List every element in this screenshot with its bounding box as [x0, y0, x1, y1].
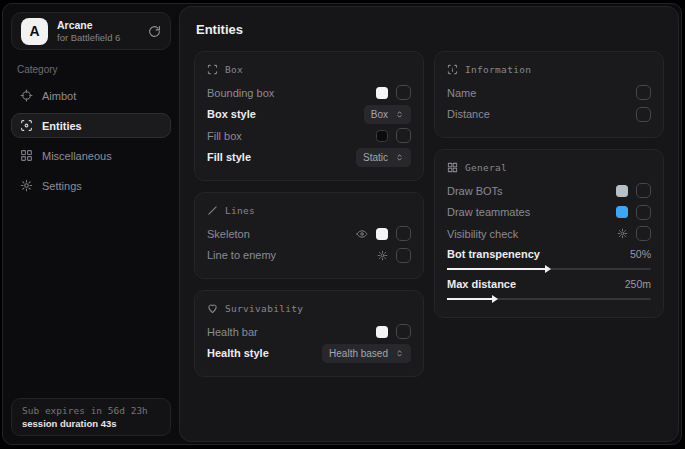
eye-icon[interactable] [356, 228, 368, 240]
slider-arrow-icon [545, 265, 551, 273]
sidebar: A Arcane for Battlefield 6 Category Aimb… [3, 4, 179, 444]
row-label: Fill style [207, 151, 251, 163]
bounding-box-checkbox[interactable] [396, 85, 411, 100]
gear-icon[interactable] [377, 250, 388, 261]
setting-row-name: Name [447, 82, 651, 104]
row-label: Fill box [207, 130, 242, 142]
chevrons-up-down-icon [395, 153, 404, 162]
bot-transparency-value: 50% [630, 248, 651, 260]
row-label: Bounding box [207, 87, 274, 99]
grid-icon [20, 149, 33, 162]
setting-row-visibility-check: Visibility check [447, 223, 651, 245]
max-distance-setting: Max distance 250m [447, 278, 651, 305]
row-label: Name [447, 87, 476, 99]
max-distance-value: 250m [625, 278, 651, 290]
app-logo: A [21, 18, 48, 45]
setting-row-line-to-enemy: Line to enemy [207, 245, 411, 267]
gear-icon[interactable] [617, 228, 628, 239]
sidebar-item-miscellaneous[interactable]: Miscellaneous [11, 143, 171, 168]
main-content: Entities Box Bounding box [179, 6, 679, 442]
chevrons-up-down-icon [395, 110, 404, 119]
bounding-box-icon [207, 64, 218, 75]
line-icon [207, 205, 218, 216]
app-name: Arcane [57, 19, 120, 32]
refresh-icon[interactable] [148, 25, 161, 38]
panel-lines-title: Lines [225, 205, 255, 216]
panel-general-header: General [447, 162, 651, 173]
color-swatch[interactable] [376, 228, 388, 240]
session-duration-text: session duration 43s [22, 418, 160, 429]
panel-general-title: General [465, 162, 507, 173]
info-scan-icon [447, 64, 458, 75]
row-label: Bot transpenency [447, 248, 540, 260]
skeleton-checkbox[interactable] [396, 226, 411, 241]
app-subtitle: for Battlefield 6 [57, 32, 120, 44]
row-label: Health bar [207, 326, 258, 338]
panel-survivability-title: Survivability [225, 303, 303, 314]
box-style-dropdown[interactable]: Box [364, 105, 411, 124]
health-style-dropdown[interactable]: Health based [322, 344, 411, 363]
heart-icon [207, 303, 218, 314]
setting-row-health-bar: Health bar [207, 321, 411, 343]
bot-transparency-slider[interactable] [447, 268, 651, 270]
slider-fill [447, 268, 545, 270]
color-swatch[interactable] [376, 326, 388, 338]
fill-box-checkbox[interactable] [396, 128, 411, 143]
sidebar-item-aimbot[interactable]: Aimbot [11, 83, 171, 108]
panel-box-header: Box [207, 64, 411, 75]
health-bar-checkbox[interactable] [396, 324, 411, 339]
sidebar-item-label: Entities [42, 120, 82, 132]
scan-eye-icon [20, 119, 33, 132]
row-label: Draw BOTs [447, 185, 503, 197]
panel-survivability: Survivability Health bar Health style He… [194, 290, 424, 377]
panel-information: Information Name Distance [434, 51, 664, 138]
name-checkbox[interactable] [636, 85, 651, 100]
visibility-check-checkbox[interactable] [636, 226, 651, 241]
row-label: Health style [207, 347, 269, 359]
setting-row-health-style: Health style Health based [207, 343, 411, 365]
row-label: Max distance [447, 278, 516, 290]
color-swatch[interactable] [616, 206, 628, 218]
row-label: Visibility check [447, 228, 518, 240]
panel-box: Box Bounding box Box style Box [194, 51, 424, 181]
sidebar-item-label: Aimbot [42, 90, 76, 102]
row-label: Distance [447, 108, 490, 120]
sidebar-item-settings[interactable]: Settings [11, 173, 171, 198]
distance-checkbox[interactable] [636, 107, 651, 122]
line-to-enemy-checkbox[interactable] [396, 248, 411, 263]
color-swatch[interactable] [376, 130, 388, 142]
setting-row-box-style: Box style Box [207, 104, 411, 126]
setting-row-fill-style: Fill style Static [207, 147, 411, 169]
panel-information-header: Information [447, 64, 651, 75]
dropdown-value: Box [371, 109, 388, 120]
draw-bots-checkbox[interactable] [636, 183, 651, 198]
color-swatch[interactable] [616, 185, 628, 197]
sidebar-item-entities[interactable]: Entities [11, 113, 171, 138]
left-column: Box Bounding box Box style Box [194, 51, 424, 377]
setting-row-distance: Distance [447, 104, 651, 126]
sub-expiry-text: Sub expires in 56d 23h [22, 405, 160, 416]
fill-style-dropdown[interactable]: Static [356, 148, 411, 167]
row-label: Box style [207, 108, 256, 120]
row-label: Line to enemy [207, 249, 276, 261]
max-distance-slider[interactable] [447, 298, 651, 300]
layout-grid-icon [447, 162, 458, 173]
dropdown-value: Health based [329, 348, 388, 359]
setting-row-draw-bots: Draw BOTs [447, 180, 651, 202]
panel-survivability-header: Survivability [207, 303, 411, 314]
setting-row-skeleton: Skeleton [207, 223, 411, 245]
bot-transparency-setting: Bot transpenency 50% [447, 248, 651, 275]
panel-box-title: Box [225, 64, 243, 75]
slider-arrow-icon [492, 295, 498, 303]
panel-lines-header: Lines [207, 205, 411, 216]
setting-row-draw-teammates: Draw teammates [447, 202, 651, 224]
chevrons-up-down-icon [395, 349, 404, 358]
dropdown-value: Static [363, 152, 388, 163]
profile-card: A Arcane for Battlefield 6 [11, 12, 171, 50]
row-label: Skeleton [207, 228, 250, 240]
color-swatch[interactable] [376, 87, 388, 99]
crosshair-icon [20, 89, 33, 102]
row-label: Draw teammates [447, 206, 530, 218]
draw-teammates-checkbox[interactable] [636, 205, 651, 220]
slider-fill [447, 298, 492, 300]
